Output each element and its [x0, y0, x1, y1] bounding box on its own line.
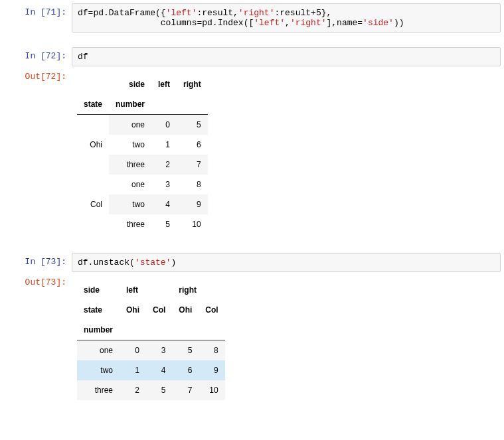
prompt-in-73: In [73]:: [3, 253, 72, 271]
table-header-row: state Ohi Col Ohi Col: [77, 300, 225, 320]
number-cell: three: [77, 380, 120, 400]
table-row: Col one 3 8: [77, 175, 208, 194]
cell-left: 0: [151, 115, 177, 135]
cell-right: 10: [177, 214, 208, 234]
col-right: right: [177, 74, 208, 94]
code-input-73[interactable]: df.unstack('state'): [72, 253, 501, 272]
prompt-in-71: In [71]:: [3, 3, 72, 21]
code-input-71[interactable]: df=pd.DataFrame({'left':result,'right':r…: [72, 3, 501, 33]
idx-number: number: [77, 320, 120, 340]
table-row: Ohi one 0 5: [77, 115, 208, 135]
cell-in-71: In [71]: df=pd.DataFrame({'left':result,…: [3, 3, 501, 33]
cell-right: 5: [177, 115, 208, 135]
col-right: right: [172, 280, 224, 300]
table-row: one 0 3 5 8: [77, 340, 225, 361]
idx-state: state: [77, 94, 109, 115]
col-state: state: [77, 300, 120, 320]
state-col: Ohi: [172, 300, 199, 320]
cell-right: 8: [177, 175, 208, 194]
cell-left: 1: [151, 135, 177, 155]
code-input-72[interactable]: df: [72, 47, 501, 66]
state-cell: Col: [77, 175, 109, 234]
table-header-row: side left right: [77, 280, 225, 300]
table-index-row: state number: [77, 94, 208, 115]
idx-number: number: [109, 94, 151, 115]
prompt-out-73: Out[73]:: [3, 273, 72, 291]
cell-right: 7: [177, 155, 208, 175]
col-side: side: [77, 280, 120, 300]
number-cell: one: [109, 115, 151, 135]
cell-left: 3: [151, 175, 177, 194]
prompt-in-72: In [72]:: [3, 47, 72, 65]
table-index-row: number: [77, 320, 225, 340]
col-left: left: [120, 280, 172, 300]
prompt-out-72: Out[72]:: [3, 68, 72, 86]
cell-out-73: Out[73]: side left right state Ohi Col O…: [3, 273, 501, 409]
table-row-highlighted: two 1 4 6 9: [77, 360, 225, 380]
state-col: Col: [199, 300, 224, 320]
dataframe-72: side left right state number Ohi one 0 5: [77, 74, 208, 234]
state-cell: Ohi: [77, 115, 109, 175]
cell-left: 5: [151, 214, 177, 234]
state-col: Ohi: [120, 300, 146, 320]
cell-in-72: In [72]: df: [3, 47, 501, 66]
state-col: Col: [146, 300, 172, 320]
col-left: left: [151, 74, 177, 94]
cell-right: 6: [177, 135, 208, 155]
number-cell: two: [77, 360, 120, 380]
dataframe-73: side left right state Ohi Col Ohi Col nu…: [77, 280, 225, 400]
number-cell: two: [109, 194, 151, 214]
number-cell: one: [109, 175, 151, 194]
number-cell: three: [109, 155, 151, 175]
cell-left: 4: [151, 194, 177, 214]
cell-right: 9: [177, 194, 208, 214]
number-cell: two: [109, 135, 151, 155]
cell-in-73: In [73]: df.unstack('state'): [3, 253, 501, 272]
number-cell: one: [77, 340, 120, 361]
table-row: three 2 5 7 10: [77, 380, 225, 400]
output-73: side left right state Ohi Col Ohi Col nu…: [72, 273, 501, 409]
cell-left: 2: [151, 155, 177, 175]
col-side: side: [109, 74, 151, 94]
number-cell: three: [109, 214, 151, 234]
cell-out-72: Out[72]: side left right state number Oh…: [3, 68, 501, 244]
table-header-row: side left right: [77, 74, 208, 94]
output-72: side left right state number Ohi one 0 5: [72, 68, 501, 244]
